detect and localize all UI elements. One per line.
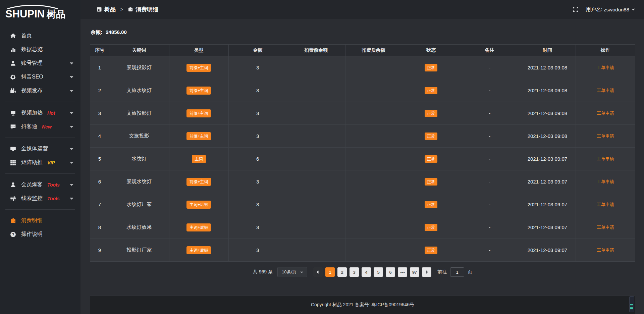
type-badge: 前缀+主词 [186,87,211,95]
work-order-link[interactable]: 工单申请 [597,65,614,70]
sidebar-item-label: 操作说明 [21,231,43,238]
sidebar-item-consume-detail[interactable]: 消费明细 [0,214,80,227]
next-page-button[interactable] [422,267,431,277]
page-size-select[interactable]: 10条/页 [277,267,307,277]
cell-action: 工单申请 [576,170,635,193]
comment-icon [10,124,16,130]
column-header: 操作 [576,45,635,56]
column-header: 序号 [90,45,109,56]
cell-amount: 3 [228,216,287,239]
work-order-link[interactable]: 工单申请 [597,248,614,253]
page-button-1[interactable]: 1 [325,267,335,277]
sidebar-item-matrix-boost[interactable]: 矩阵助推VIP [0,156,80,169]
chart-icon [10,47,16,53]
work-order-link[interactable]: 工单申请 [597,225,614,230]
goto-page-input[interactable] [450,267,464,277]
cell-amount: 3 [228,102,287,125]
cell-balance-before [287,170,345,193]
sidebar-item-member-burst[interactable]: 会员爆客Tools [0,178,80,192]
breadcrumb-root[interactable]: 树品 [104,6,116,13]
cell-amount: 3 [228,79,287,102]
sidebar-item-video-publish[interactable]: 视频发布 [0,84,80,98]
type-badge: 前缀+主词 [186,109,211,117]
cell-remark: - [460,125,519,148]
type-badge: 主词 [192,155,206,163]
sidebar-item-douyin-seo[interactable]: 抖音SEO [0,70,80,84]
page-size-value: 10条/页 [282,269,297,275]
breadcrumb-separator: > [120,7,123,12]
type-badge: 前缀+主词 [186,64,211,72]
cell-remark: - [460,79,519,102]
sidebar-item-video-heat[interactable]: 视频加热Hot [0,106,80,120]
cell-amount: 3 [228,193,287,216]
page-button-3[interactable]: 3 [350,267,359,277]
sidebar-item-operation-guide[interactable]: ?操作说明 [0,227,80,241]
work-order-link[interactable]: 工单申请 [597,88,614,93]
sidebar-item-home[interactable]: 首页 [0,29,80,43]
cell-status: 正常 [402,193,460,216]
work-order-link[interactable]: 工单申请 [597,179,614,184]
chevron-down-icon [69,89,74,93]
chevron-down-icon [69,111,74,115]
fullscreen-icon[interactable] [573,6,579,12]
sidebar-item-clue-monitor[interactable]: 线索监控Tools [0,192,80,205]
wallet-icon [128,7,133,12]
column-header: 状态 [402,45,460,56]
goto-page: 前往 页 [437,267,472,277]
user-menu[interactable]: 用户名: zswodun88 [586,6,635,13]
cell-remark: - [460,170,519,193]
video-icon [10,88,16,94]
work-order-link[interactable]: 工单申请 [597,111,614,116]
cell-time: 2021-12-03 09:08 [519,56,576,79]
topbar-right: 用户名: zswodun88 [573,6,635,13]
sidebar-item-label: 全媒体运营 [21,145,48,152]
pagination-total: 共 969 条 [253,269,273,275]
grid-icon [10,160,16,166]
sidebar-item-badge: VIP [47,160,55,165]
sidebar-divider [5,102,75,102]
cell-balance-before [287,79,345,102]
prev-page-button[interactable] [313,267,323,277]
sidebar-item-media-operation[interactable]: 全媒体运营 [0,142,80,156]
status-badge: 正常 [425,178,437,186]
sidebar-item-label: 账号管理 [21,60,43,67]
cell-time: 2021-12-03 09:08 [519,102,576,125]
sidebar-item-douketong[interactable]: 抖客通New [0,120,80,134]
work-order-link[interactable]: 工单申请 [597,156,614,161]
column-header: 时间 [519,45,576,56]
copyright-text: Copyright 树品 2021 备案号: 粤ICP备09019646号 [311,302,414,308]
page-button-2[interactable]: 2 [337,267,347,277]
svg-text:?: ? [12,232,14,236]
cell-balance-before [287,216,345,239]
more-pages-button[interactable]: ••• [398,267,407,277]
table-body: 1景观投影灯前缀+主词3正常-2021-12-03 09:08工单申请2文旅水纹… [90,56,635,262]
footer: Copyright 树品 2021 备案号: 粤ICP备09019646号 [90,295,635,314]
table-row: 5水纹灯主词6正常-2021-12-03 09:07工单申请 [90,148,635,170]
cell-type: 主词+后缀 [169,239,228,262]
page-button-6[interactable]: 6 [386,267,395,277]
cell-type: 前缀+主词 [169,125,228,148]
cell-keyword: 景观投影灯 [109,56,169,79]
page-button-4[interactable]: 4 [362,267,371,277]
home-icon [10,33,16,39]
cell-remark: - [460,102,519,125]
table-row: 2文旅水纹灯前缀+主词3正常-2021-12-03 09:08工单申请 [90,79,635,102]
sidebar-item-data-overview[interactable]: 数据总览 [0,43,80,56]
sidebar-menu: 首页数据总览账号管理抖音SEO视频发布视频加热Hot抖客通New全媒体运营矩阵助… [0,25,80,241]
chevron-down-icon [69,124,74,129]
sidebar-item-badge: Tools [47,182,60,188]
cell-balance-after [345,79,402,102]
work-order-link[interactable]: 工单申请 [597,134,614,139]
cell-num: 6 [90,170,109,193]
cell-keyword: 水纹灯效果 [109,216,169,239]
chat-widget[interactable] [629,296,634,312]
work-order-link[interactable]: 工单申请 [597,202,614,207]
cell-balance-after [345,102,402,125]
status-badge: 正常 [425,110,437,117]
cell-keyword: 景观水纹灯 [109,170,169,193]
page-button-97[interactable]: 97 [410,267,419,277]
cell-time: 2021-12-03 09:07 [519,170,576,193]
sidebar-item-account-manage[interactable]: 账号管理 [0,56,80,70]
cell-time: 2021-12-03 09:07 [519,148,576,170]
page-button-5[interactable]: 5 [374,267,383,277]
